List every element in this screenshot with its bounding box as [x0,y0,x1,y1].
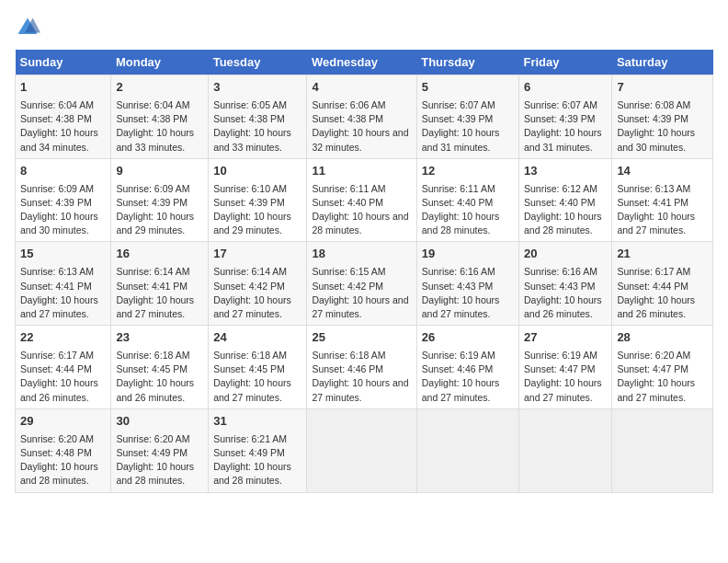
calendar-cell: 31Sunrise: 6:21 AMSunset: 4:49 PMDayligh… [209,408,307,492]
day-number: 20 [524,246,607,263]
calendar-cell: 7Sunrise: 6:08 AMSunset: 4:39 PMDaylight… [612,75,713,159]
day-number: 10 [213,163,301,180]
day-info: Sunrise: 6:12 AMSunset: 4:40 PMDaylight:… [524,182,607,238]
day-number: 28 [617,329,708,347]
calendar-table: SundayMondayTuesdayWednesdayThursdayFrid… [15,50,713,493]
day-number: 3 [213,79,301,97]
calendar-cell: 20Sunrise: 6:16 AMSunset: 4:43 PMDayligh… [518,242,611,326]
calendar-cell: 18Sunrise: 6:15 AMSunset: 4:42 PMDayligh… [307,242,416,326]
day-number: 5 [422,79,514,97]
column-header-friday: Friday [518,50,611,75]
calendar-cell: 16Sunrise: 6:14 AMSunset: 4:41 PMDayligh… [111,242,209,326]
day-info: Sunrise: 6:09 AMSunset: 4:39 PMDaylight:… [116,182,203,238]
calendar-cell: 4Sunrise: 6:06 AMSunset: 4:38 PMDaylight… [307,75,416,159]
day-number: 9 [116,163,203,180]
day-number: 25 [312,329,411,347]
calendar-cell [416,408,518,492]
calendar-cell: 27Sunrise: 6:19 AMSunset: 4:47 PMDayligh… [518,326,611,409]
day-info: Sunrise: 6:17 AMSunset: 4:44 PMDaylight:… [617,265,708,321]
calendar-cell: 29Sunrise: 6:20 AMSunset: 4:48 PMDayligh… [16,408,111,492]
day-info: Sunrise: 6:18 AMSunset: 4:45 PMDaylight:… [213,349,301,405]
column-header-wednesday: Wednesday [307,50,416,75]
day-info: Sunrise: 6:04 AMSunset: 4:38 PMDaylight:… [116,98,203,155]
calendar-cell: 14Sunrise: 6:13 AMSunset: 4:41 PMDayligh… [612,158,713,242]
calendar-cell: 24Sunrise: 6:18 AMSunset: 4:45 PMDayligh… [209,326,307,409]
day-info: Sunrise: 6:05 AMSunset: 4:38 PMDaylight:… [213,98,301,155]
calendar-cell: 15Sunrise: 6:13 AMSunset: 4:41 PMDayligh… [16,242,111,326]
calendar-cell [612,408,713,492]
calendar-header-row: SundayMondayTuesdayWednesdayThursdayFrid… [16,50,713,75]
calendar-cell: 25Sunrise: 6:18 AMSunset: 4:46 PMDayligh… [307,326,416,409]
day-info: Sunrise: 6:06 AMSunset: 4:38 PMDaylight:… [312,98,411,155]
day-info: Sunrise: 6:16 AMSunset: 4:43 PMDaylight:… [524,265,607,321]
day-number: 1 [20,79,106,97]
day-info: Sunrise: 6:18 AMSunset: 4:45 PMDaylight:… [116,349,203,405]
calendar-cell: 13Sunrise: 6:12 AMSunset: 4:40 PMDayligh… [518,158,611,242]
day-info: Sunrise: 6:09 AMSunset: 4:39 PMDaylight:… [20,182,106,238]
day-info: Sunrise: 6:08 AMSunset: 4:39 PMDaylight:… [617,98,708,155]
day-number: 17 [213,246,301,263]
day-info: Sunrise: 6:19 AMSunset: 4:46 PMDaylight:… [422,349,514,405]
day-info: Sunrise: 6:15 AMSunset: 4:42 PMDaylight:… [312,265,411,321]
calendar-week-row: 8Sunrise: 6:09 AMSunset: 4:39 PMDaylight… [16,158,713,242]
day-number: 29 [20,413,106,431]
calendar-cell: 22Sunrise: 6:17 AMSunset: 4:44 PMDayligh… [16,326,111,409]
day-number: 14 [617,163,708,180]
calendar-week-row: 29Sunrise: 6:20 AMSunset: 4:48 PMDayligh… [16,408,713,492]
day-number: 19 [422,246,514,263]
day-number: 7 [617,79,708,97]
calendar-cell [307,408,416,492]
calendar-cell: 19Sunrise: 6:16 AMSunset: 4:43 PMDayligh… [416,242,518,326]
day-info: Sunrise: 6:16 AMSunset: 4:43 PMDaylight:… [422,265,514,321]
calendar-cell: 9Sunrise: 6:09 AMSunset: 4:39 PMDaylight… [111,158,209,242]
column-header-thursday: Thursday [416,50,518,75]
day-number: 16 [116,246,203,263]
day-number: 12 [422,163,514,180]
day-number: 8 [20,163,106,180]
day-info: Sunrise: 6:13 AMSunset: 4:41 PMDaylight:… [617,182,708,238]
day-info: Sunrise: 6:21 AMSunset: 4:49 PMDaylight:… [213,432,301,488]
logo [15,15,44,40]
calendar-cell: 11Sunrise: 6:11 AMSunset: 4:40 PMDayligh… [307,158,416,242]
day-info: Sunrise: 6:10 AMSunset: 4:39 PMDaylight:… [213,182,301,238]
calendar-cell: 5Sunrise: 6:07 AMSunset: 4:39 PMDaylight… [416,75,518,159]
calendar-week-row: 1Sunrise: 6:04 AMSunset: 4:38 PMDaylight… [16,75,713,159]
day-number: 21 [617,246,708,263]
logo-icon [15,15,40,40]
day-info: Sunrise: 6:18 AMSunset: 4:46 PMDaylight:… [312,349,411,405]
day-number: 6 [524,79,607,97]
column-header-monday: Monday [111,50,209,75]
day-info: Sunrise: 6:20 AMSunset: 4:47 PMDaylight:… [617,349,708,405]
calendar-cell: 3Sunrise: 6:05 AMSunset: 4:38 PMDaylight… [209,75,307,159]
calendar-cell: 2Sunrise: 6:04 AMSunset: 4:38 PMDaylight… [111,75,209,159]
calendar-cell [518,408,611,492]
day-number: 27 [524,329,607,347]
day-info: Sunrise: 6:07 AMSunset: 4:39 PMDaylight:… [422,98,514,155]
calendar-cell: 8Sunrise: 6:09 AMSunset: 4:39 PMDaylight… [16,158,111,242]
day-number: 22 [20,329,106,347]
day-info: Sunrise: 6:20 AMSunset: 4:48 PMDaylight:… [20,432,106,488]
day-info: Sunrise: 6:11 AMSunset: 4:40 PMDaylight:… [422,182,514,238]
calendar-cell: 23Sunrise: 6:18 AMSunset: 4:45 PMDayligh… [111,326,209,409]
calendar-cell: 17Sunrise: 6:14 AMSunset: 4:42 PMDayligh… [209,242,307,326]
day-info: Sunrise: 6:07 AMSunset: 4:39 PMDaylight:… [524,98,607,155]
page-header [15,15,713,40]
day-number: 13 [524,163,607,180]
calendar-week-row: 22Sunrise: 6:17 AMSunset: 4:44 PMDayligh… [16,326,713,409]
calendar-cell: 10Sunrise: 6:10 AMSunset: 4:39 PMDayligh… [209,158,307,242]
day-info: Sunrise: 6:14 AMSunset: 4:41 PMDaylight:… [116,265,203,321]
calendar-cell: 12Sunrise: 6:11 AMSunset: 4:40 PMDayligh… [416,158,518,242]
calendar-cell: 26Sunrise: 6:19 AMSunset: 4:46 PMDayligh… [416,326,518,409]
column-header-saturday: Saturday [612,50,713,75]
calendar-week-row: 15Sunrise: 6:13 AMSunset: 4:41 PMDayligh… [16,242,713,326]
column-header-tuesday: Tuesday [209,50,307,75]
calendar-cell: 28Sunrise: 6:20 AMSunset: 4:47 PMDayligh… [612,326,713,409]
day-number: 2 [116,79,203,97]
calendar-cell: 6Sunrise: 6:07 AMSunset: 4:39 PMDaylight… [518,75,611,159]
calendar-cell: 30Sunrise: 6:20 AMSunset: 4:49 PMDayligh… [111,408,209,492]
day-info: Sunrise: 6:11 AMSunset: 4:40 PMDaylight:… [312,182,411,238]
day-number: 24 [213,329,301,347]
column-header-sunday: Sunday [16,50,111,75]
day-info: Sunrise: 6:13 AMSunset: 4:41 PMDaylight:… [20,265,106,321]
day-info: Sunrise: 6:14 AMSunset: 4:42 PMDaylight:… [213,265,301,321]
